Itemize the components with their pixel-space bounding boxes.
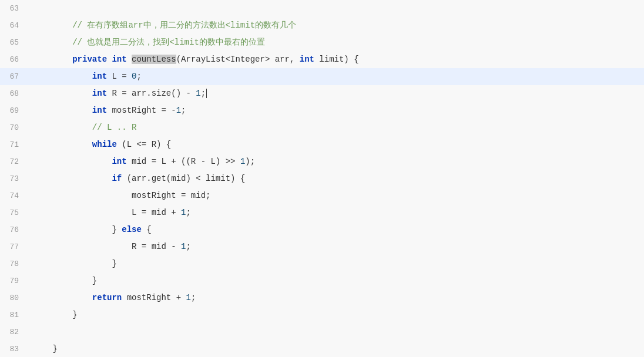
line-number-81: 81 bbox=[0, 307, 28, 324]
code-line-65: 65 // 也就是用二分法，找到<limit的数中最右的位置 bbox=[0, 34, 644, 51]
line-number-78: 78 bbox=[0, 255, 28, 272]
code-line-83: 83 } bbox=[0, 341, 644, 357]
code-line-73: 73 if (arr.get(mid) < limit) { bbox=[0, 170, 644, 187]
line-content-67: int L = 0; bbox=[28, 68, 644, 85]
code-line-76: 76 } else { bbox=[0, 221, 644, 238]
code-line-63: 63 bbox=[0, 0, 644, 17]
line-content-74: mostRight = mid; bbox=[28, 187, 644, 204]
line-number-72: 72 bbox=[0, 153, 28, 170]
code-line-66: 66 private int countLess(ArrayList<Integ… bbox=[0, 51, 644, 68]
line-number-82: 82 bbox=[0, 324, 28, 341]
line-content-69: int mostRight = -1; bbox=[28, 102, 644, 119]
line-number-65: 65 bbox=[0, 34, 28, 51]
line-content-76: } else { bbox=[28, 221, 644, 238]
line-content-78: } bbox=[28, 255, 644, 272]
line-number-79: 79 bbox=[0, 272, 28, 289]
code-line-82: 82 bbox=[0, 324, 644, 341]
code-editor: 63 64 // 在有序数组arr中，用二分的方法数出<limit的数有几个 6… bbox=[0, 0, 644, 357]
code-line-70: 70 // L .. R bbox=[0, 119, 644, 136]
line-content-73: if (arr.get(mid) < limit) { bbox=[28, 170, 644, 187]
line-content-72: int mid = L + ((R - L) >> 1); bbox=[28, 153, 644, 170]
line-content-75: L = mid + 1; bbox=[28, 204, 644, 221]
code-line-79: 79 } bbox=[0, 272, 644, 289]
code-line-78: 78 } bbox=[0, 255, 644, 272]
code-line-80: 80 return mostRight + 1; bbox=[0, 289, 644, 307]
line-number-63: 63 bbox=[0, 0, 28, 17]
line-content-70: // L .. R bbox=[28, 119, 644, 136]
line-content-77: R = mid - 1; bbox=[28, 238, 644, 255]
line-number-75: 75 bbox=[0, 204, 28, 221]
code-line-75: 75 L = mid + 1; bbox=[0, 204, 644, 221]
line-number-68: 68 bbox=[0, 85, 28, 102]
line-number-69: 69 bbox=[0, 102, 28, 119]
code-line-71: 71 while (L <= R) { bbox=[0, 136, 644, 153]
line-number-74: 74 bbox=[0, 187, 28, 204]
line-number-64: 64 bbox=[0, 17, 28, 34]
code-line-74: 74 mostRight = mid; bbox=[0, 187, 644, 204]
line-number-71: 71 bbox=[0, 136, 28, 153]
line-content-71: while (L <= R) { bbox=[28, 136, 644, 153]
line-content-66: private int countLess(ArrayList<Integer>… bbox=[28, 51, 644, 68]
line-content-79: } bbox=[28, 272, 644, 289]
line-content-68: int R = arr.size() - 1; bbox=[28, 85, 644, 102]
code-line-69: 69 int mostRight = -1; bbox=[0, 102, 644, 119]
line-number-80: 80 bbox=[0, 289, 28, 307]
code-line-72: 72 int mid = L + ((R - L) >> 1); bbox=[0, 153, 644, 170]
code-line-68: 68 int R = arr.size() - 1; bbox=[0, 85, 644, 102]
line-content-81: } bbox=[28, 307, 644, 324]
line-number-66: 66 bbox=[0, 51, 28, 68]
line-content-80: return mostRight + 1; bbox=[28, 289, 644, 307]
line-content-64: // 在有序数组arr中，用二分的方法数出<limit的数有几个 bbox=[28, 17, 644, 34]
code-line-77: 77 R = mid - 1; bbox=[0, 238, 644, 255]
line-content-65: // 也就是用二分法，找到<limit的数中最右的位置 bbox=[28, 34, 644, 51]
text-cursor bbox=[206, 89, 207, 98]
line-number-73: 73 bbox=[0, 170, 28, 187]
line-number-83: 83 bbox=[0, 341, 28, 357]
line-number-70: 70 bbox=[0, 119, 28, 136]
code-line-67: 67 int L = 0; bbox=[0, 68, 644, 85]
line-number-77: 77 bbox=[0, 238, 28, 255]
code-line-64: 64 // 在有序数组arr中，用二分的方法数出<limit的数有几个 bbox=[0, 17, 644, 34]
line-content-83: } bbox=[28, 341, 644, 357]
code-line-81: 81 } bbox=[0, 307, 644, 324]
line-number-76: 76 bbox=[0, 221, 28, 238]
line-number-67: 67 bbox=[0, 68, 28, 85]
